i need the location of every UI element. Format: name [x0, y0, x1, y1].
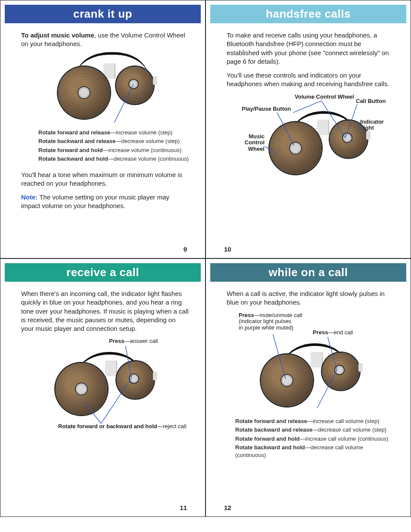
label-play-pause: Play/Pause Button [242, 106, 291, 112]
label-mute: Press—mute/unmute call (indicator light … [239, 312, 308, 332]
label-reject-call: Rotate forward or backward and hold—reje… [58, 423, 187, 430]
volume-captions: Rotate forward and release—increase volu… [38, 129, 190, 163]
label-volume-wheel: Volume Control Wheel [295, 94, 354, 100]
call-volume-captions: Rotate forward and release—increase call… [235, 417, 395, 459]
page-9: crank it up To adjust music volume, use … [0, 0, 206, 258]
page-number: 9 [184, 246, 187, 253]
caption-row: Rotate backward and release—decrease vol… [38, 137, 190, 145]
label-press-answer: Press—answer call [109, 338, 158, 345]
bracket-graphic [105, 361, 117, 376]
page-12: while on a call When a call is active, t… [206, 258, 411, 517]
intro-lead: To adjust music volume [21, 31, 94, 39]
label-call-button: Call Button [356, 98, 386, 105]
caption-row: Rotate forward and hold—increase volume … [38, 146, 190, 154]
paragraph: You'll use these controls and indicators… [227, 71, 395, 89]
earcup-hub-right [129, 80, 138, 88]
earcup-hub-left [78, 87, 90, 98]
label-indicator-light: Indicator Light [360, 119, 390, 132]
stub-graphic [366, 131, 371, 140]
note-label: Note: [21, 193, 37, 201]
page-content: When a call is active, the indicator lig… [206, 282, 411, 511]
stub-graphic [153, 76, 157, 85]
caption-row: Rotate forward and hold—increase call vo… [235, 435, 395, 443]
stub-graphic [358, 363, 363, 372]
page-11: receive a call When there's an incoming … [0, 258, 206, 517]
on-call-diagram: Press—mute/unmute call (indicator light … [227, 312, 395, 411]
note-paragraph: Note: The volume setting on your music p… [21, 193, 190, 211]
note-text: The volume setting on your music player … [21, 193, 169, 209]
page-content: When there's an incoming call, the indic… [0, 282, 205, 511]
earcup-hub-left [281, 375, 293, 386]
caption-row: Rotate backward and hold—decrease call v… [235, 444, 395, 459]
caption-row: Rotate forward and release—increase volu… [38, 129, 190, 137]
label-end-call: Press—end call [313, 330, 353, 336]
earcup-hub-right [343, 134, 352, 142]
page-title: crank it up [5, 5, 201, 23]
bracket-graphic [103, 63, 115, 79]
page-title: handsfree calls [210, 5, 406, 23]
page-number: 11 [180, 504, 187, 511]
receive-call-diagram: Press—answer call Rotate forward or back… [21, 338, 190, 433]
caption-row: Rotate forward and release—increase call… [235, 417, 395, 425]
page-10: handsfree calls To make and receive call… [206, 0, 411, 258]
page-title: receive a call [5, 263, 201, 282]
svg-line-1 [293, 101, 321, 112]
bracket-graphic [317, 120, 329, 135]
page-title: while on a call [210, 263, 406, 282]
intro-paragraph: To adjust music volume, use the Volume C… [21, 31, 190, 49]
page-content: To adjust music volume, use the Volume C… [0, 23, 205, 253]
paragraph: To make and receive calls using your hea… [227, 31, 395, 66]
paragraph: When there's an incoming call, the indic… [21, 289, 190, 333]
earcup-hub-right [335, 366, 344, 374]
paragraph: When a call is active, the indicator lig… [227, 289, 395, 307]
bracket-graphic [311, 352, 323, 367]
controls-diagram: Volume Control Wheel Play/Pause Button C… [227, 94, 395, 184]
tone-paragraph: You'll hear a tone when maximum or minim… [21, 171, 190, 188]
label-music-control-wheel: Music Control Wheel [239, 134, 265, 153]
page-content: To make and receive calls using your hea… [206, 23, 411, 253]
stub-graphic [153, 372, 157, 380]
caption-row: Rotate backward and release—decrease cal… [235, 426, 395, 434]
manual-spread: crank it up To adjust music volume, use … [0, 0, 411, 517]
page-number: 12 [224, 504, 231, 511]
volume-wheel-diagram [41, 54, 170, 123]
caption-row: Rotate backward and hold—decrease volume… [38, 155, 190, 163]
page-number: 10 [224, 246, 231, 253]
earcup-hub-left [290, 143, 301, 154]
